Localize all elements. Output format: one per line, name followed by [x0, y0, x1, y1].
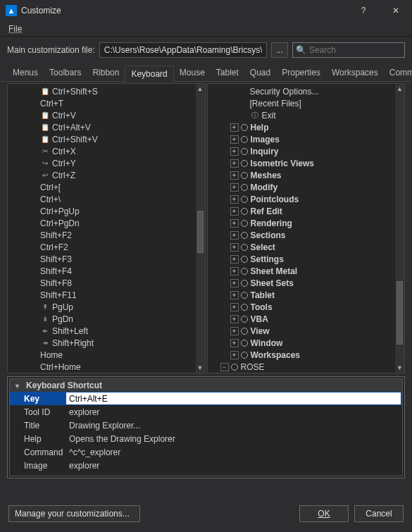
tree-item[interactable]: Shift+F11 [8, 289, 205, 301]
expand-icon[interactable]: + [230, 339, 239, 347]
expand-icon[interactable]: + [230, 207, 239, 216]
expand-icon[interactable]: + [230, 231, 239, 240]
tree-item[interactable]: 📋Ctrl+Alt+V [8, 121, 205, 133]
close-button[interactable]: ✕ [380, 0, 412, 21]
tree-item[interactable]: +Workspaces [208, 349, 405, 361]
tree-item[interactable]: Ctrl+[ [8, 181, 205, 193]
scroll-down-icon[interactable]: ▼ [395, 363, 404, 373]
tab-tablet[interactable]: Tablet [211, 65, 244, 82]
tree-item[interactable]: ↠Shift+Right [8, 337, 205, 349]
expand-icon[interactable]: + [230, 123, 239, 132]
scroll-up-icon[interactable]: ▲ [196, 84, 205, 94]
tree-item[interactable]: ↡PgDn [8, 313, 205, 325]
tree-item[interactable]: Security Options... [208, 85, 405, 97]
tree-item[interactable]: +Sheet Sets [208, 277, 405, 289]
expand-icon[interactable]: + [230, 315, 239, 323]
key-input[interactable] [66, 392, 401, 404]
tree-item[interactable]: ↪Ctrl+Y [8, 157, 205, 169]
expand-icon[interactable]: + [230, 303, 239, 311]
radio-icon [241, 136, 248, 143]
expand-icon[interactable]: + [230, 195, 239, 204]
tree-item[interactable]: Shift+F3 [8, 253, 205, 265]
scroll-down-icon[interactable]: ▼ [196, 363, 205, 373]
left-scrollbar[interactable]: ▲ ▼ [195, 84, 205, 373]
menu-file[interactable]: File [4, 23, 26, 35]
tree-item[interactable]: Ctrl+PgUp [8, 205, 205, 217]
tree-item[interactable]: +Isometric Views [208, 157, 405, 169]
tree-item[interactable]: Home [8, 349, 205, 361]
tree-item[interactable]: Ctrl+\ [8, 193, 205, 205]
search-input[interactable] [309, 45, 412, 55]
tree-item[interactable]: ↩Ctrl+Z [8, 169, 205, 181]
tree-item[interactable]: +Sections [208, 229, 405, 241]
expand-icon[interactable]: + [230, 135, 239, 144]
tab-toolbars[interactable]: Toolbars [44, 65, 87, 82]
expand-icon[interactable]: + [230, 327, 239, 335]
expand-icon[interactable]: + [230, 159, 239, 168]
expand-icon[interactable]: + [230, 279, 239, 287]
tree-item[interactable]: [Recent Files] [208, 97, 405, 109]
expand-icon[interactable]: + [230, 255, 239, 264]
tree-item[interactable]: 📋Ctrl+V [8, 109, 205, 121]
expand-icon[interactable]: + [230, 243, 239, 252]
tree-item[interactable]: +Modify [208, 181, 405, 193]
expand-icon[interactable]: + [230, 351, 239, 359]
tree-item[interactable]: +Inquiry [208, 145, 405, 157]
tab-properties[interactable]: Properties [276, 65, 326, 82]
right-scrollbar[interactable]: ▲ ▼ [394, 84, 404, 373]
scroll-thumb[interactable] [397, 281, 403, 345]
expand-icon[interactable]: + [230, 171, 239, 180]
tree-item[interactable]: +Ref Edit [208, 205, 405, 217]
scroll-up-icon[interactable]: ▲ [395, 84, 404, 94]
property-row[interactable]: Key [10, 392, 402, 405]
tree-item[interactable]: ✂Ctrl+X [8, 145, 205, 157]
tree-item[interactable]: +Rendering [208, 217, 405, 229]
tree-item[interactable]: +Sheet Metal [208, 265, 405, 277]
tab-workspaces[interactable]: Workspaces [326, 65, 384, 82]
tree-item[interactable]: ↞Shift+Left [8, 325, 205, 337]
help-button[interactable]: ? [347, 0, 380, 21]
tab-quad[interactable]: Quad [244, 65, 276, 82]
tab-ribbon[interactable]: Ribbon [87, 65, 125, 82]
tree-item[interactable]: +Pointclouds [208, 193, 405, 205]
tree-item[interactable]: Shift+F4 [8, 265, 205, 277]
tab-menus[interactable]: Menus [7, 65, 44, 82]
tree-item[interactable]: Ctrl+Home [8, 361, 205, 373]
collapse-icon[interactable]: − [220, 363, 229, 371]
tree-item[interactable]: +VBA [208, 313, 405, 325]
expand-icon[interactable]: + [230, 147, 239, 156]
tree-item[interactable]: ↟PgUp [8, 301, 205, 313]
expand-icon[interactable]: + [230, 267, 239, 276]
cancel-button[interactable]: Cancel [354, 505, 404, 522]
manage-customizations-button[interactable]: Manage your customizations... [8, 505, 140, 522]
tab-mouse[interactable]: Mouse [174, 65, 211, 82]
scroll-thumb[interactable] [197, 211, 204, 253]
tree-item[interactable]: Shift+F2 [8, 229, 205, 241]
tree-item[interactable]: +Images [208, 133, 405, 145]
tree-item[interactable]: Shift+F8 [8, 277, 205, 289]
ok-button[interactable]: OK [299, 505, 349, 522]
tree-item[interactable]: ⓘExit [208, 109, 405, 121]
tree-item[interactable]: +Settings [208, 253, 405, 265]
tree-item[interactable]: +Meshes [208, 169, 405, 181]
tree-item[interactable]: +View [208, 325, 405, 337]
tab-keyboard[interactable]: Keyboard [125, 66, 173, 82]
tree-item[interactable]: +Tablet [208, 289, 405, 301]
expand-icon[interactable]: + [230, 291, 239, 299]
tree-item[interactable]: +Help [208, 121, 405, 133]
tree-item[interactable]: 📋Ctrl+Shift+S [8, 85, 205, 97]
tree-item[interactable]: +Select [208, 241, 405, 253]
tree-item[interactable]: Ctrl+PgDn [8, 217, 205, 229]
tab-command-ali[interactable]: Command Ali [384, 65, 412, 82]
expand-icon[interactable]: + [230, 183, 239, 192]
customization-file-input[interactable] [99, 42, 267, 58]
properties-header[interactable]: ▾ Keyboard Shortcut [10, 379, 402, 392]
browse-button[interactable]: ... [271, 42, 288, 58]
tree-item[interactable]: −ROSE [208, 361, 405, 373]
tree-item[interactable]: +Tools [208, 301, 405, 313]
tree-item[interactable]: +Window [208, 337, 405, 349]
tree-item[interactable]: 📋Ctrl+Shift+V [8, 133, 205, 145]
tree-item[interactable]: Ctrl+F2 [8, 241, 205, 253]
expand-icon[interactable]: + [230, 219, 239, 228]
tree-item[interactable]: Ctrl+T [8, 97, 205, 109]
